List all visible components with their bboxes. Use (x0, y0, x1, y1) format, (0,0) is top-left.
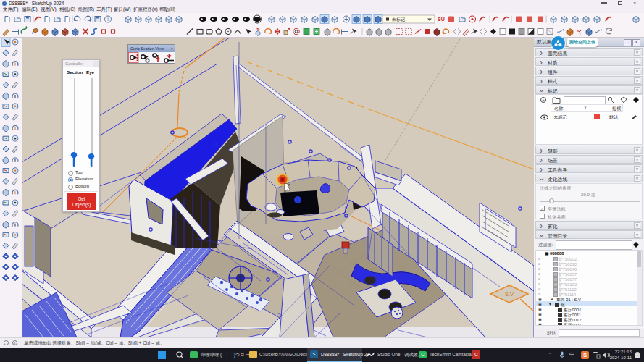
svg-text:i: i (107, 17, 109, 22)
svg-text:S.V: S.V (505, 291, 514, 298)
svg-text:未标记: 未标记 (391, 17, 405, 22)
svg-text:SU: SU (438, 17, 445, 22)
